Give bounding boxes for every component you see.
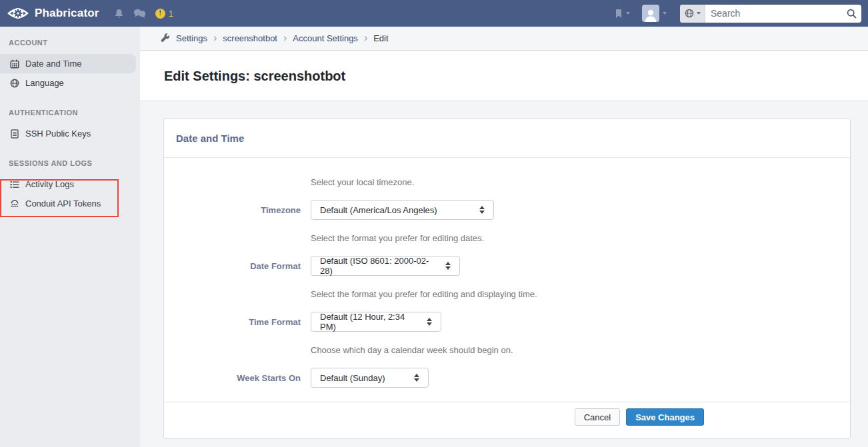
timezone-select[interactable]: Default (America/Los Angeles)	[311, 200, 494, 220]
date-format-select[interactable]: Default (ISO 8601: 2000-02-28)	[311, 256, 460, 276]
alert-counter[interactable]: ! 1	[155, 9, 173, 19]
page-title: Edit Settings: screenshotbot	[164, 69, 345, 84]
breadcrumb-settings[interactable]: Settings	[176, 33, 207, 43]
breadcrumb-account-settings[interactable]: Account Settings	[293, 33, 358, 43]
page-header: Edit Settings: screenshotbot	[140, 51, 868, 101]
time-format-select[interactable]: Default (12 Hour, 2:34 PM)	[311, 312, 441, 332]
main-content: Date and Time Select your local timezone…	[140, 102, 868, 447]
form-row-date-format: Date Format Default (ISO 8601: 2000-02-2…	[164, 256, 850, 276]
document-icon	[9, 129, 19, 139]
form-actions: Cancel Save Changes	[164, 402, 850, 438]
sidebar-item-activity-logs[interactable]: Activity Logs	[0, 175, 136, 194]
sidebar-item-ssh-public-keys[interactable]: SSH Public Keys	[0, 124, 136, 143]
sort-icon	[406, 374, 419, 382]
breadcrumb-separator: ›	[213, 33, 217, 45]
sidebar-section-label: ACCOUNT	[0, 39, 140, 47]
field-caption: Choose which day a calendar week should …	[311, 346, 850, 355]
select-value: Default (ISO 8601: 2000-02-28)	[320, 256, 437, 276]
sidebar-item-label: Language	[25, 78, 64, 88]
sort-icon	[437, 262, 451, 270]
sidebar-section-label: AUTHENTICATION	[0, 109, 140, 117]
sidebar-item-label: SSH Public Keys	[25, 129, 91, 139]
breadcrumb: Settings › screenshotbot › Account Setti…	[140, 27, 868, 51]
chevron-down-icon	[697, 12, 701, 15]
avatar	[642, 5, 659, 22]
date-and-time-panel: Date and Time Select your local timezone…	[163, 118, 851, 439]
bookmarks-menu[interactable]	[615, 9, 630, 19]
cancel-button[interactable]: Cancel	[575, 408, 620, 426]
globe-icon	[9, 79, 19, 88]
breadcrumb-screenshotbot[interactable]: screenshotbot	[223, 33, 277, 43]
field-label: Timezone	[164, 205, 301, 215]
user-menu[interactable]	[630, 5, 667, 22]
field-caption: Select your local timezone.	[311, 178, 850, 187]
sidebar-section-sessions-and-logs: SESSIONS AND LOGS Activity Logs Conduit …	[0, 159, 140, 213]
conduit-icon	[9, 199, 19, 208]
sidebar-item-label: Conduit API Tokens	[25, 199, 101, 209]
breadcrumb-separator: ›	[364, 33, 367, 45]
app-name[interactable]: Phabricator	[35, 7, 99, 20]
top-navigation-bar: Phabricator ! 1	[0, 0, 868, 27]
field-caption: Select the format you prefer for editing…	[311, 234, 850, 243]
wrench-icon	[160, 33, 170, 43]
sidebar-item-label: Date and Time	[25, 59, 82, 69]
sort-icon	[419, 318, 432, 326]
form-row-time-format: Time Format Default (12 Hour, 2:34 PM)	[164, 312, 850, 332]
sidebar-item-date-and-time[interactable]: Date and Time	[0, 54, 136, 73]
week-starts-on-select[interactable]: Default (Sunday)	[311, 368, 429, 388]
breadcrumb-edit: Edit	[373, 33, 388, 43]
sidebar-section-authentication: AUTHENTICATION SSH Public Keys	[0, 109, 140, 143]
list-icon	[9, 181, 19, 189]
panel-title: Date and Time	[176, 133, 244, 144]
phabricator-logo-icon[interactable]	[7, 3, 29, 23]
select-value: Default (Sunday)	[320, 373, 385, 383]
alert-count: 1	[169, 9, 173, 19]
panel-header: Date and Time	[164, 119, 850, 158]
globe-icon	[685, 9, 694, 18]
select-value: Default (12 Hour, 2:34 PM)	[320, 312, 419, 332]
search-icon[interactable]	[841, 9, 861, 19]
sidebar-item-language[interactable]: Language	[0, 73, 136, 93]
sidebar-item-conduit-api-tokens[interactable]: Conduit API Tokens	[0, 194, 136, 213]
form-row-timezone: Timezone Default (America/Los Angeles)	[164, 200, 850, 220]
field-label: Date Format	[164, 261, 301, 271]
global-search	[680, 5, 861, 23]
search-input[interactable]	[705, 5, 841, 23]
field-label: Time Format	[164, 317, 301, 327]
alert-icon: !	[155, 9, 165, 19]
settings-form: Select your local timezone. Timezone Def…	[164, 158, 850, 438]
calendar-icon	[9, 59, 19, 69]
settings-sidebar: ACCOUNT Date and Time	[0, 27, 140, 447]
sidebar-section-account: ACCOUNT Date and Time	[0, 39, 140, 93]
chat-icon[interactable]	[133, 9, 146, 19]
search-scope-selector[interactable]	[680, 5, 705, 23]
select-value: Default (America/Los Angeles)	[320, 205, 437, 215]
form-row-week-starts-on: Week Starts On Default (Sunday)	[164, 368, 850, 388]
sort-icon	[471, 206, 485, 214]
field-label: Week Starts On	[164, 373, 301, 383]
field-caption: Select the format you prefer for editing…	[311, 290, 850, 299]
bookmark-icon	[615, 9, 623, 19]
breadcrumb-separator: ›	[283, 33, 287, 45]
notifications-bell-icon[interactable]	[114, 9, 124, 19]
save-changes-button[interactable]: Save Changes	[626, 408, 704, 426]
chevron-down-icon	[663, 12, 667, 15]
sidebar-item-label: Activity Logs	[25, 179, 74, 189]
sidebar-section-label: SESSIONS AND LOGS	[0, 159, 140, 168]
